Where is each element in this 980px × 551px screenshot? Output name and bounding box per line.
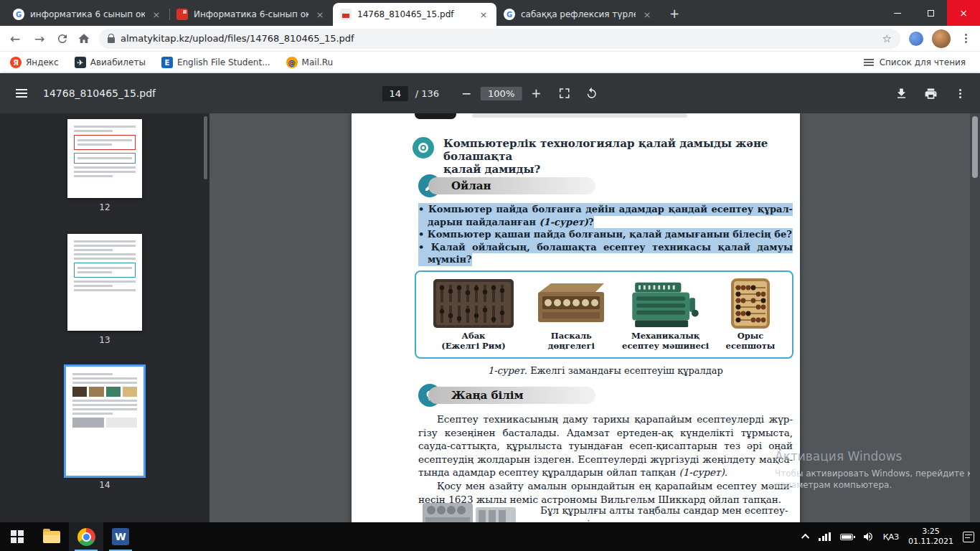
viewer-scrollbar-thumb[interactable] xyxy=(972,116,978,178)
download-icon[interactable] xyxy=(895,87,908,100)
new-tab-button[interactable]: + xyxy=(664,4,684,24)
system-tray: ҚАЗ 3:25 01.11.2021 xyxy=(804,522,980,551)
zoom-in-icon[interactable]: + xyxy=(529,86,543,100)
url-text[interactable]: almatykitap.kz/upload/files/14768_810465… xyxy=(121,33,877,44)
figure-abacus: Абак(Ежелгі Рим) xyxy=(423,277,524,354)
reading-list-label: Список для чтения xyxy=(880,57,966,67)
mailru-favicon: @ xyxy=(286,57,298,68)
tab-refleksia[interactable]: G сабаққа рефлексия түрлері - Go × xyxy=(496,3,660,26)
reading-list-icon xyxy=(864,59,874,66)
thumbnail-preview[interactable] xyxy=(67,234,142,331)
close-button[interactable]: × xyxy=(947,0,980,26)
tray-expand-icon[interactable] xyxy=(801,534,809,542)
tab-close-icon[interactable]: × xyxy=(151,9,162,20)
clock-date: 01.11.2021 xyxy=(908,537,953,547)
print-icon[interactable] xyxy=(924,87,938,100)
thumbnail-preview[interactable] xyxy=(67,119,142,198)
schickard-machine-image xyxy=(418,501,532,522)
forward-icon[interactable]: → xyxy=(32,32,47,46)
tab-informatika-okulyk[interactable]: G информатика 6 сынып оқулық А × xyxy=(6,3,169,26)
question-line: • Компьютер қашан пайда болғанын, қалай … xyxy=(418,228,793,241)
sidebar-scrollbar[interactable] xyxy=(204,116,207,179)
profile-avatar[interactable] xyxy=(932,29,951,48)
language-indicator[interactable]: ҚАЗ xyxy=(883,532,899,542)
restore-button[interactable] xyxy=(914,0,947,26)
page-header-fragment xyxy=(472,113,687,118)
question-line: дарын пайдаланған (1-сурет)? xyxy=(418,216,793,229)
tab-pdf-active[interactable]: 14768_810465_15.pdf × xyxy=(333,3,496,26)
bookmark-yandex[interactable]: Я Яндекс xyxy=(10,57,59,68)
word-taskbar-button[interactable]: W xyxy=(103,522,138,551)
english-file-favicon: E xyxy=(161,57,173,68)
pdf-filename: 14768_810465_15.pdf xyxy=(43,88,156,99)
bookmark-mailru[interactable]: @ Mail.Ru xyxy=(286,57,334,68)
thumbnail-preview-current[interactable] xyxy=(66,367,143,476)
rotate-icon[interactable] xyxy=(585,87,598,100)
back-icon[interactable]: ← xyxy=(7,32,23,46)
reading-list-button[interactable]: Список для чтения xyxy=(864,57,970,67)
bookmark-aviabilety[interactable]: ✈ Авиабилеты xyxy=(75,57,146,68)
chrome-taskbar-button[interactable] xyxy=(69,522,103,551)
page-header-fragment xyxy=(415,113,456,119)
bookmark-star-icon[interactable]: ☆ xyxy=(882,32,892,45)
pdf-page-controls: / 136 − 100% + xyxy=(382,86,598,101)
tab-informatika-okushy[interactable]: Информатика 6-сынып оқушы × xyxy=(169,3,333,26)
zoom-level[interactable]: 100% xyxy=(481,87,522,100)
bookmark-english-file[interactable]: E English File Student... xyxy=(161,57,270,68)
refresh-icon[interactable] xyxy=(56,32,69,45)
thumbnail-item[interactable]: 13 xyxy=(0,234,209,345)
tab-title: сабаққа рефлексия түрлері - Go xyxy=(521,9,636,19)
thumbnail-item[interactable]: 12 xyxy=(0,119,209,212)
pdf-more-icon[interactable] xyxy=(959,93,961,95)
fit-page-icon[interactable] xyxy=(557,87,570,100)
pascal-wheel-image xyxy=(535,281,607,326)
bookmark-label: English File Student... xyxy=(177,57,270,67)
file-explorer-button[interactable] xyxy=(34,522,69,551)
browser-menu-icon[interactable] xyxy=(965,37,967,39)
word-icon: W xyxy=(112,528,129,545)
browser-tab-strip: G информатика 6 сынып оқулық А × Информа… xyxy=(0,0,980,26)
figure-mechanical-machine: Механикалықесептеу мәшинесі xyxy=(619,277,712,354)
zoom-out-icon[interactable]: − xyxy=(459,86,473,100)
tab-close-icon[interactable]: × xyxy=(478,9,489,20)
desktop-screen: G информатика 6 сынып оқулық А × Информа… xyxy=(0,0,980,551)
figure-box: Абак(Ежелгі Рим) Паскальдөңгелегі xyxy=(415,270,793,359)
lesson-question-line: Компьютерлік технологиялар қалай дамыды … xyxy=(443,137,778,163)
extension-icon[interactable] xyxy=(909,32,923,46)
question-line: • Компьютер пайда болғанға дейін адамдар… xyxy=(418,203,793,216)
tab-close-icon[interactable]: × xyxy=(641,9,653,20)
windows-activation-watermark: Активация Windows Чтобы активировать Win… xyxy=(775,449,973,491)
tabs-container: G информатика 6 сынып оқулық А × Информа… xyxy=(0,0,684,26)
page-number-input[interactable] xyxy=(382,86,408,101)
window-controls: × xyxy=(881,0,980,26)
thumbnail-item-current[interactable]: 14 xyxy=(0,367,209,490)
tab-title: информатика 6 сынып оқулық А xyxy=(30,9,145,19)
action-center-icon[interactable] xyxy=(963,532,974,542)
viewer-scrollbar[interactable] xyxy=(970,113,980,522)
tab-close-icon[interactable]: × xyxy=(314,9,326,20)
lock-icon xyxy=(108,37,115,43)
plane-favicon: ✈ xyxy=(75,57,86,68)
lesson-question-line: қалай дамиды? xyxy=(443,163,778,176)
pdf-menu-icon[interactable] xyxy=(16,93,27,94)
abacus-image xyxy=(433,278,514,329)
figure-pascal-wheel: Паскальдөңгелегі xyxy=(527,277,615,354)
start-button[interactable] xyxy=(0,522,34,551)
clock-time: 3:25 xyxy=(908,527,953,537)
tab-title: 14768_810465_15.pdf xyxy=(357,9,472,19)
windows-logo-icon xyxy=(11,530,24,543)
thumbnail-page-number: 12 xyxy=(0,202,209,212)
figure-caption: 1-сурет. Ежелгі замандағы есептеуіш құра… xyxy=(418,365,793,376)
volume-icon[interactable] xyxy=(862,531,874,542)
battery-icon[interactable] xyxy=(840,534,853,540)
paragraph-device: Бұл құрылғы алты таңбалы сандар мен есеп… xyxy=(540,504,793,522)
russian-abacus-image xyxy=(730,278,771,329)
mechanical-calculator-image xyxy=(631,277,700,330)
google-favicon: G xyxy=(13,9,24,20)
minimize-button[interactable] xyxy=(881,0,914,26)
taskbar-clock[interactable]: 3:25 01.11.2021 xyxy=(908,527,953,547)
pdf-page: Компьютерлік технологиялар қалай дамыды … xyxy=(352,113,800,522)
address-bar[interactable]: almatykitap.kz/upload/files/14768_810465… xyxy=(99,29,900,49)
network-signal-icon[interactable] xyxy=(819,532,831,541)
home-icon[interactable] xyxy=(77,32,90,45)
